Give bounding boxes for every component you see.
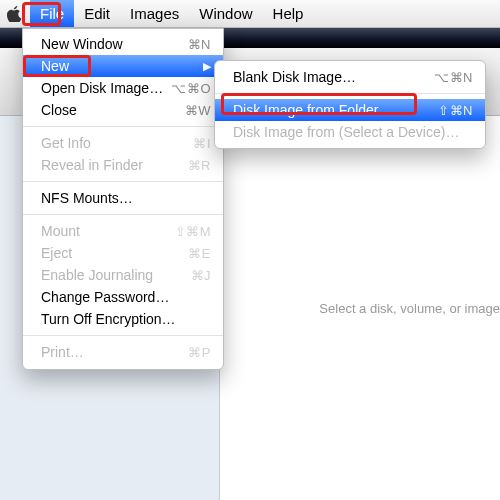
menu-item-label: Blank Disk Image… [233,69,356,85]
menu-item-shortcut: ⌘R [188,158,211,173]
menu-item-nfs-mounts[interactable]: NFS Mounts… [23,187,223,209]
menu-item-change-password[interactable]: Change Password… [23,286,223,308]
main-pane: Select a disk, volume, or image [220,116,500,500]
menu-item-shortcut: ⌥⌘N [434,70,473,85]
menu-item-label: Eject [41,245,72,261]
apple-icon [7,6,23,22]
menu-separator [23,214,223,215]
menu-file[interactable]: File [30,0,74,27]
new-submenu: Blank Disk Image… ⌥⌘N Disk Image from Fo… [214,60,486,149]
menu-item-label: Disk Image from (Select a Device)… [233,124,459,140]
menu-item-label: New [41,58,69,74]
menu-item-turn-off-encryption[interactable]: Turn Off Encryption… [23,308,223,330]
menu-item-get-info: Get Info ⌘I [23,132,223,154]
menu-item-label: Disk Image from Folder… [233,102,392,118]
menu-item-shortcut: ⌘P [188,345,211,360]
apple-menu[interactable] [0,0,30,27]
file-dropdown: New Window ⌘N New ▶ Open Disk Image… ⌥⌘O… [22,28,224,370]
submenu-arrow-icon: ▶ [195,60,211,73]
menu-help[interactable]: Help [263,0,314,27]
menu-separator [215,93,485,94]
menu-item-shortcut: ⌘I [193,136,211,151]
menu-item-new[interactable]: New ▶ [23,55,223,77]
menu-item-label: Mount [41,223,80,239]
menu-item-new-window[interactable]: New Window ⌘N [23,33,223,55]
menu-item-label: Enable Journaling [41,267,153,283]
menu-item-open-disk-image[interactable]: Open Disk Image… ⌥⌘O [23,77,223,99]
menu-item-enable-journaling: Enable Journaling ⌘J [23,264,223,286]
menu-separator [23,335,223,336]
submenu-item-disk-image-from-folder[interactable]: Disk Image from Folder… ⇧⌘N [215,99,485,121]
menu-item-shortcut: ⌘E [188,246,211,261]
menu-images[interactable]: Images [120,0,189,27]
menu-item-reveal-in-finder: Reveal in Finder ⌘R [23,154,223,176]
menu-item-label: Reveal in Finder [41,157,143,173]
menu-separator [23,126,223,127]
menu-window[interactable]: Window [189,0,262,27]
menu-edit[interactable]: Edit [74,0,120,27]
submenu-item-blank-disk-image[interactable]: Blank Disk Image… ⌥⌘N [215,66,485,88]
menu-item-mount: Mount ⇧⌘M [23,220,223,242]
menu-item-label: New Window [41,36,123,52]
menu-item-shortcut: ⇧⌘M [175,224,211,239]
menubar: File Edit Images Window Help [0,0,500,28]
menu-item-shortcut: ⌘W [185,103,211,118]
menu-item-label: Print… [41,344,84,360]
menu-separator [23,181,223,182]
menu-item-label: Change Password… [41,289,169,305]
menu-item-label: NFS Mounts… [41,190,133,206]
placeholder-text: Select a disk, volume, or image [319,301,500,316]
menu-item-close[interactable]: Close ⌘W [23,99,223,121]
menu-item-shortcut: ⌘N [188,37,211,52]
menu-item-label: Open Disk Image… [41,80,163,96]
menu-item-shortcut: ⌘J [191,268,212,283]
menu-item-shortcut: ⌥⌘O [171,81,211,96]
menu-item-label: Get Info [41,135,91,151]
menu-item-print: Print… ⌘P [23,341,223,363]
menu-item-shortcut: ⇧⌘N [438,103,473,118]
submenu-item-disk-image-from-device: Disk Image from (Select a Device)… [215,121,485,143]
menu-item-label: Turn Off Encryption… [41,311,176,327]
menu-item-eject: Eject ⌘E [23,242,223,264]
menu-item-label: Close [41,102,77,118]
